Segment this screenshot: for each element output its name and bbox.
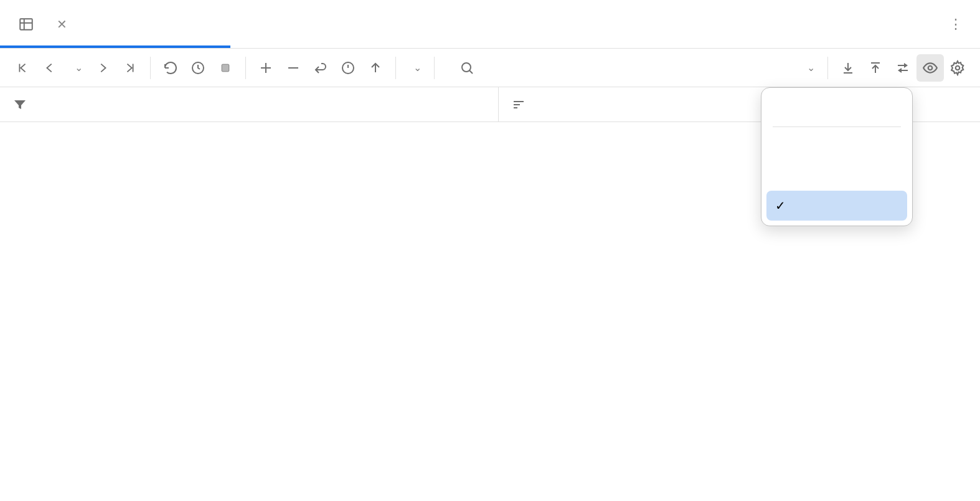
commit-button[interactable] [362,54,389,82]
svg-rect-4 [222,64,229,72]
revert-button[interactable] [307,54,334,82]
menu-item-transpose[interactable] [766,93,907,123]
add-row-button[interactable] [252,54,280,82]
prev-page-button[interactable] [36,54,64,82]
chevron-down-icon: ⌄ [807,62,815,74]
refresh-button[interactable] [157,54,184,82]
tab-bar: ✕ ⋮ [0,0,980,49]
transaction-mode-dropdown[interactable]: ⌄ [402,62,428,74]
view-mode-menu: ✓ [761,87,913,226]
row-count-dropdown[interactable]: ⌄ [64,62,89,74]
toolbar: ⌄ ⌄ ⌄ [0,49,980,87]
check-icon: ✓ [775,198,786,213]
last-page-button[interactable] [116,54,144,82]
preview-button[interactable] [334,54,362,82]
first-page-button[interactable] [9,54,36,82]
upload-button[interactable] [862,54,889,82]
menu-item-text[interactable]: ✓ [766,191,907,221]
separator [245,57,246,79]
search-button[interactable] [453,54,481,82]
import-button[interactable] [889,54,916,82]
next-page-button[interactable] [89,54,116,82]
tab-overflow-icon[interactable]: ⋮ [946,14,965,35]
where-filter[interactable] [0,87,498,122]
view-mode-button[interactable] [916,54,944,82]
toolbar-right-group: ⌄ [796,54,971,82]
close-icon[interactable]: ✕ [56,19,67,30]
svg-rect-0 [20,19,32,29]
menu-item-table[interactable] [766,131,907,161]
menu-item-tree[interactable] [766,161,907,191]
table-icon [17,16,35,33]
stop-button[interactable] [212,54,239,82]
chevron-down-icon: ⌄ [75,62,83,74]
separator [827,57,828,79]
separator [434,57,435,79]
svg-point-6 [462,63,471,72]
schedule-button[interactable] [184,54,212,82]
separator [395,57,396,79]
remove-row-button[interactable] [280,54,307,82]
tab-underline [0,45,230,48]
chevron-down-icon: ⌄ [413,62,422,74]
svg-point-7 [928,65,933,70]
filter-icon [11,96,29,113]
svg-point-8 [956,65,960,70]
export-format-dropdown[interactable]: ⌄ [796,62,821,74]
separator [150,57,151,79]
sort-icon [510,96,527,113]
tab-actor[interactable]: ✕ [12,0,72,49]
separator [773,126,901,127]
download-button[interactable] [834,54,862,82]
settings-button[interactable] [944,54,971,82]
